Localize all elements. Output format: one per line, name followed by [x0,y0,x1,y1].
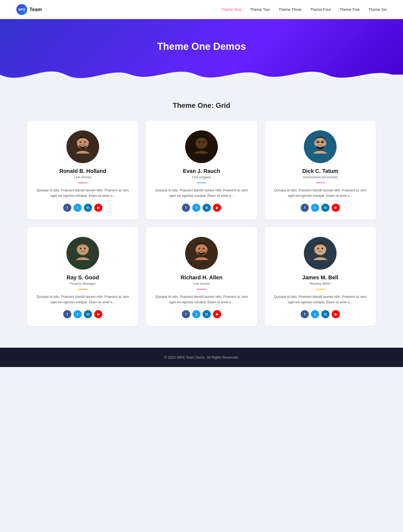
svg-point-29 [84,248,86,249]
youtube-btn[interactable]: ▶ [94,310,102,318]
hero-title: Theme One Demos [16,41,387,52]
section-title: Theme One: Grid [27,101,376,110]
team-grid: Ronald B. Holland Line erector Quisque i… [27,121,376,326]
member-bio: Quisque id odio. Praesent blandit laoree… [271,188,369,199]
card-divider [78,289,88,290]
svg-point-41 [322,248,323,249]
member-bio: Quisque id odio. Praesent blandit laoree… [34,294,132,305]
avatar [185,237,218,270]
member-bio: Quisque id odio. Praesent blandit laoree… [271,294,369,305]
twitter-btn[interactable]: t [192,310,200,318]
team-card: Dick C. Tatum Government accountant Quis… [265,121,376,219]
youtube-btn[interactable]: ▶ [213,310,221,318]
facebook-btn[interactable]: f [301,310,309,318]
svg-point-40 [317,248,319,249]
youtube-btn[interactable]: ▶ [213,204,221,212]
svg-point-35 [203,248,204,249]
card-divider [315,182,325,183]
linkedin-btn[interactable]: in [84,204,92,212]
youtube-btn[interactable]: ▶ [94,204,102,212]
card-divider [197,182,206,183]
nav-theme-five[interactable]: Theme Five [340,7,360,12]
svg-point-34 [199,248,200,249]
team-card: Ray S. Good Finance Manager Quisque id o… [27,227,138,326]
navbar: WPS Team Theme One Theme Two Theme Three… [0,0,403,19]
logo-icon: WPS [16,4,27,15]
avatar-image [304,130,337,163]
card-divider [315,289,325,290]
linkedin-btn[interactable]: in [203,310,211,318]
member-role: Finance Manager [34,282,132,286]
svg-rect-39 [312,260,328,270]
nav-theme-two[interactable]: Theme Two [250,7,270,12]
facebook-btn[interactable]: f [182,204,190,212]
nav-theme-three[interactable]: Theme Three [279,7,301,12]
avatar [185,130,218,163]
nav-theme-four[interactable]: Theme Four [310,7,331,12]
card-divider [197,289,206,290]
avatar-image [66,237,99,270]
member-bio: Quisque id odio. Praesent blandit laoree… [152,188,251,199]
svg-rect-9 [193,154,210,163]
avatar-image [66,130,99,163]
member-role: Line erector [34,175,132,179]
facebook-btn[interactable]: f [63,310,71,318]
social-links: f t in ▶ [152,204,251,212]
nav-links: Theme One Theme Two Theme Three Theme Fo… [221,7,387,12]
svg-rect-33 [193,260,210,270]
hero-section: Theme One Demos [0,19,403,85]
member-name: Dick C. Tatum [271,168,369,174]
facebook-btn[interactable]: f [301,204,309,212]
member-role: Government accountant [271,175,369,179]
social-links: f t in ▶ [152,310,251,318]
member-bio: Quisque id odio. Praesent blandit laoree… [152,294,251,305]
twitter-btn[interactable]: t [311,204,319,212]
nav-theme-one[interactable]: Theme One [221,7,241,12]
facebook-btn[interactable]: f [182,310,190,318]
member-name: Evan J. Rauch [152,168,251,174]
facebook-btn[interactable]: f [63,204,71,212]
member-name: Ronald B. Holland [34,168,132,174]
team-card: Ronald B. Holland Line erector Quisque i… [27,121,138,219]
social-links: f t in ▶ [271,204,369,212]
member-role: Oral surgeon [152,175,251,179]
avatar-image [304,237,337,270]
twitter-btn[interactable]: t [74,310,82,318]
member-role: Hearing officer [271,282,369,286]
avatar [304,237,337,270]
svg-point-5 [84,141,86,143]
member-role: Line erector [152,282,251,286]
linkedin-btn[interactable]: in [321,310,329,318]
avatar [66,237,99,270]
social-links: f t in ▶ [34,310,132,318]
svg-point-28 [80,248,81,249]
nav-theme-six[interactable]: Theme Six [368,7,387,12]
svg-rect-18 [312,154,328,163]
twitter-btn[interactable]: t [74,204,82,212]
avatar-image [185,130,218,163]
logo: WPS Team [16,4,42,15]
team-card: James M. Bell Hearing officer Quisque id… [265,227,376,326]
youtube-btn[interactable]: ▶ [332,310,340,318]
linkedin-btn[interactable]: in [321,204,329,212]
linkedin-btn[interactable]: in [84,310,92,318]
twitter-btn[interactable]: t [311,310,319,318]
social-links: f t in ▶ [34,204,132,212]
svg-point-4 [80,141,81,143]
card-divider [78,182,88,183]
avatar [66,130,99,163]
twitter-btn[interactable]: t [192,204,200,212]
youtube-btn[interactable]: ▶ [332,204,340,212]
wave-decoration [0,64,403,85]
member-name: Richard H. Allen [152,274,251,281]
team-card: Evan J. Rauch Oral surgeon Quisque id od… [146,121,257,219]
avatar [304,130,337,163]
avatar-image [185,237,218,270]
footer-text: © 2022 WPS Team Demo. All Rights Reserve… [164,355,239,359]
member-name: Ray S. Good [34,274,132,281]
svg-rect-27 [75,260,91,270]
member-bio: Quisque id odio. Praesent blandit laoree… [34,188,132,199]
linkedin-btn[interactable]: in [203,204,211,212]
member-name: James M. Bell [271,274,369,281]
team-card: Richard H. Allen Line erector Quisque id… [146,227,257,326]
